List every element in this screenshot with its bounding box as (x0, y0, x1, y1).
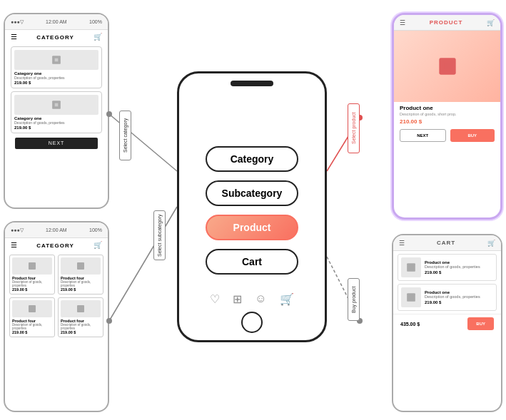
tag-select-subcategory: Select subcategory (153, 210, 166, 260)
nav-grid-icon[interactable]: ⊞ (233, 292, 242, 306)
rtp-hamburger-icon: ☰ (400, 19, 405, 26)
tag-select-product: Select product (348, 103, 360, 153)
rbp-screen-title: CART (437, 240, 455, 246)
ltp-card-2: Category one Description of goods, prope… (11, 91, 102, 133)
rbp-cart-total-row: 435.00 $ BUY (393, 314, 501, 333)
lbp-battery: 100% (89, 227, 102, 232)
lbp-card-1-price: 219.00 $ (12, 287, 52, 292)
rbp-cart-item-1-info: Product one Description of goods, proper… (425, 260, 480, 275)
rbp-cart-item-2-desc: Description of goods, properties (425, 294, 480, 299)
lbp-card-4: Product four Description of goods, prope… (58, 297, 103, 337)
rbp-cart-item-1: Product one Description of goods, proper… (398, 254, 497, 281)
lbp-title: CATEGORY (36, 240, 74, 250)
rbp-cart-item-2-info: Product one Description of goods, proper… (425, 290, 480, 304)
ltp-signal: ●●●▽ (11, 19, 24, 25)
lbp-card-3-desc: Description of goods, properties (12, 323, 52, 330)
svg-rect-10 (29, 262, 36, 270)
lbp-card-3: Product four Description of goods, prope… (9, 297, 55, 337)
ltp-header: ●●●▽ 12:00 AM 100% (5, 14, 108, 30)
rbp-hamburger-icon: ☰ (399, 240, 405, 247)
lbp-card-4-image (61, 300, 101, 317)
nav-heart-icon[interactable]: ♡ (210, 292, 220, 306)
rtp-buy-button[interactable]: BUY (450, 129, 495, 142)
right-top-phone: ☰ PRODUCT 🛒 Product one Description of g… (392, 13, 502, 220)
ltp-card-1-image (14, 50, 98, 70)
svg-rect-12 (29, 305, 36, 312)
lbp-time: 12:00 AM (46, 227, 67, 232)
center-phone-menu: Category Subcategory Product Cart (206, 146, 298, 275)
lbp-cart-icon: 🛒 (93, 241, 102, 249)
svg-line-2 (109, 207, 177, 321)
rbp-cart-item-2: Product one Description of goods, proper… (398, 284, 497, 311)
lbp-card-2: Product four Description of goods, prope… (58, 255, 103, 294)
rbp-buy-button[interactable]: BUY (467, 317, 494, 330)
tag-select-category: Select category (119, 111, 131, 160)
lbp-card-1-desc: Description of goods, properties (12, 280, 52, 287)
center-phone-home-button[interactable] (241, 312, 263, 333)
ltp-hamburger-icon: ☰ (11, 33, 17, 41)
rbp-cart-icon: 🛒 (487, 240, 495, 247)
lbp-card-3-price: 219.00 $ (12, 330, 52, 334)
menu-item-category[interactable]: Category (206, 146, 298, 172)
rbp-cart-item-1-image (401, 257, 421, 277)
rbp-cart-item-2-image (401, 287, 421, 307)
lbp-header: ●●●▽ 12:00 AM 100% (5, 222, 108, 238)
ltp-card-2-image (14, 95, 98, 115)
ltp-card-2-desc: Description of goods, properties (14, 121, 98, 125)
lbp-card-2-image (61, 257, 101, 275)
left-bottom-phone: ●●●▽ 12:00 AM 100% ☰ CATEGORY 🛒 Product … (4, 221, 109, 412)
rtp-product-image (394, 31, 500, 102)
rtp-action-buttons: NEXT BUY (394, 126, 500, 145)
rbp-cart-item-2-price: 219.00 $ (425, 300, 480, 304)
ltp-battery: 100% (89, 19, 102, 24)
rtp-product-price: 210.00 $ (394, 117, 500, 126)
tag-buy-product: Buy product (348, 278, 360, 321)
ltp-card-1-desc: Description of goods, properties (14, 76, 98, 80)
svg-rect-15 (407, 263, 415, 272)
svg-rect-13 (77, 305, 84, 312)
rtp-header: ☰ PRODUCT 🛒 (394, 15, 500, 31)
rbp-cart-total: 435.00 $ (400, 322, 420, 327)
lbp-card-4-price: 219.00 $ (61, 330, 101, 334)
rtp-product-name: Product one (394, 102, 500, 111)
ltp-card-1: Category one Description of goods, prope… (11, 46, 102, 88)
rbp-cart-item-1-price: 219.00 $ (425, 270, 480, 275)
rtp-next-button[interactable]: NEXT (400, 129, 446, 142)
nav-face-icon[interactable]: ☺ (255, 292, 266, 306)
svg-rect-16 (407, 293, 415, 302)
ltp-card-2-price: 219.00 $ (14, 126, 98, 130)
rtp-product-subtitle: Description of goods, short prop. (394, 111, 500, 117)
ltp-next-button[interactable]: NEXT (15, 138, 97, 149)
lbp-card-1-image (12, 257, 52, 275)
lbp-hamburger-icon: ☰ (11, 241, 17, 249)
lbp-card-2-price: 219.00 $ (61, 287, 101, 292)
center-phone: Category Subcategory Product Cart ♡ ⊞ ☺ … (177, 71, 327, 342)
ltp-time: 12:00 AM (46, 19, 67, 24)
left-top-phone: ●●●▽ 12:00 AM 100% ☰ CATEGORY 🛒 Category… (4, 13, 109, 209)
lbp-product-grid: Product four Description of goods, prope… (5, 252, 108, 340)
ltp-cart-icon: 🛒 (93, 33, 102, 41)
rtp-cart-icon: 🛒 (487, 19, 495, 26)
svg-rect-11 (77, 262, 84, 270)
ltp-card-1-price: 219.00 $ (14, 81, 98, 85)
ltp-title: CATEGORY (36, 31, 74, 42)
rtp-screen-title: PRODUCT (430, 19, 463, 26)
lbp-card-2-desc: Description of goods, properties (61, 280, 101, 287)
right-bottom-phone: ☰ CART 🛒 Product one Description of good… (392, 234, 502, 412)
lbp-signal: ●●●▽ (11, 227, 24, 233)
nav-cart-icon[interactable]: 🛒 (280, 292, 294, 306)
center-phone-notch (231, 81, 273, 86)
menu-item-subcategory[interactable]: Subcategory (206, 180, 298, 206)
center-phone-bottom-nav: ♡ ⊞ ☺ 🛒 (210, 292, 293, 306)
rbp-cart-item-1-desc: Description of goods, properties (425, 265, 480, 269)
menu-item-product[interactable]: Product (206, 215, 298, 240)
lbp-card-4-desc: Description of goods, properties (61, 323, 101, 330)
rbp-header: ☰ CART 🛒 (393, 235, 501, 251)
menu-item-cart[interactable]: Cart (206, 249, 298, 275)
lbp-card-1: Product four Description of goods, prope… (9, 255, 55, 294)
lbp-card-3-image (12, 300, 52, 317)
